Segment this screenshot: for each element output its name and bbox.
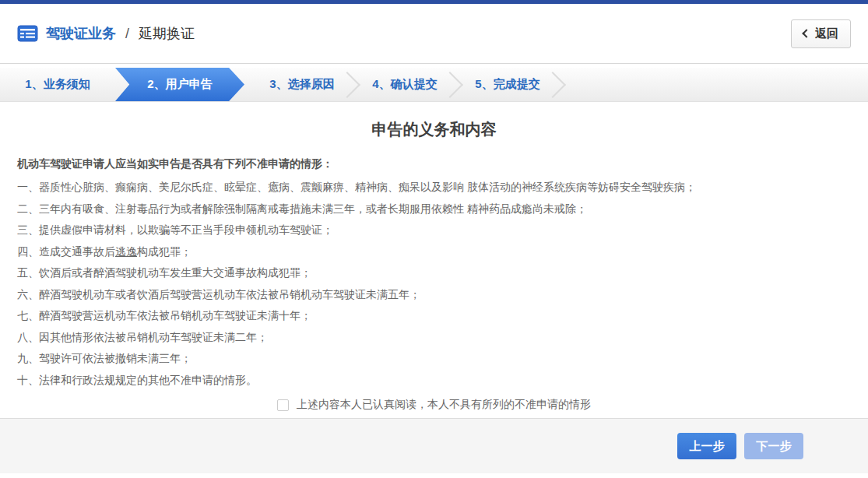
agreement-row: 上述内容本人已认真阅读，本人不具有所列的不准申请的情形 <box>17 398 851 412</box>
step-2[interactable]: 2、用户申告 <box>115 68 244 101</box>
step-1[interactable]: 1、业务须知 <box>0 68 115 101</box>
page-title: 申告的义务和内容 <box>17 119 851 140</box>
declaration-item: 一、器质性心脏病、癫痫病、美尼尔氏症、眩晕症、癔病、震颤麻痹、精神病、痴呆以及影… <box>17 177 851 199</box>
declaration-item: 九、驾驶许可依法被撤销未满三年； <box>17 348 851 370</box>
next-step-button[interactable]: 下一步 <box>744 433 803 459</box>
main-content: 申告的义务和内容 机动车驾驶证申请人应当如实申告是否具有下列不准申请的情形： 一… <box>0 102 868 412</box>
declaration-item: 三、提供虚假申请材料，以欺骗等不正当手段申领机动车驾驶证； <box>17 220 851 241</box>
breadcrumb-separator: / <box>125 26 129 42</box>
back-button[interactable]: 返回 <box>791 19 851 48</box>
step-label: 2、用户申告 <box>147 77 212 92</box>
breadcrumb: 驾驶证业务 / 延期换证 <box>17 24 195 43</box>
declaration-intro: 机动车驾驶证申请人应当如实申告是否具有下列不准申请的情形： <box>17 157 851 171</box>
declaration-item: 五、饮酒后或者醉酒驾驶机动车发生重大交通事故构成犯罪； <box>17 262 851 284</box>
declaration-item: 八、因其他情形依法被吊销机动车驾驶证未满二年； <box>17 327 851 349</box>
declaration-list: 一、器质性心脏病、癫痫病、美尼尔氏症、眩晕症、癔病、震颤麻痹、精神病、痴呆以及影… <box>17 177 851 391</box>
current-service-title: 延期换证 <box>139 24 195 43</box>
declaration-item: 四、造成交通事故后逃逸构成犯罪； <box>17 241 851 263</box>
form-list-icon <box>17 25 38 42</box>
back-button-label: 返回 <box>815 26 838 41</box>
business-category-title: 驾驶证业务 <box>46 24 116 43</box>
agree-checkbox-label[interactable]: 上述内容本人已认真阅读，本人不具有所列的不准申请的情形 <box>297 398 591 412</box>
declaration-item: 七、醉酒驾驶营运机动车依法被吊销机动车驾驶证未满十年； <box>17 305 851 327</box>
steps-bar: 1、业务须知2、用户申告3、选择原因4、确认提交5、完成提交 <box>0 68 868 102</box>
page-header: 驾驶证业务 / 延期换证 返回 <box>0 4 868 64</box>
step-label: 5、完成提交 <box>475 77 539 92</box>
step-label: 1、业务须知 <box>25 77 90 92</box>
back-chevron-icon <box>802 29 810 37</box>
step-label: 3、选择原因 <box>269 77 334 92</box>
step-label: 4、确认提交 <box>372 77 437 92</box>
previous-step-button[interactable]: 上一步 <box>677 433 736 459</box>
declaration-item: 十、法律和行政法规规定的其他不准申请的情形。 <box>17 370 851 392</box>
footer-bar: 上一步 下一步 <box>0 418 868 473</box>
underlined-word: 逃逸 <box>115 245 137 258</box>
agree-checkbox[interactable] <box>277 399 289 411</box>
declaration-item: 二、三年内有吸食、注射毒品行为或者解除强制隔离戒毒措施未满三年，或者长期服用依赖… <box>17 199 851 220</box>
declaration-item: 六、醉酒驾驶机动车或者饮酒后驾驶营运机动车依法被吊销机动车驾驶证未满五年； <box>17 284 851 306</box>
